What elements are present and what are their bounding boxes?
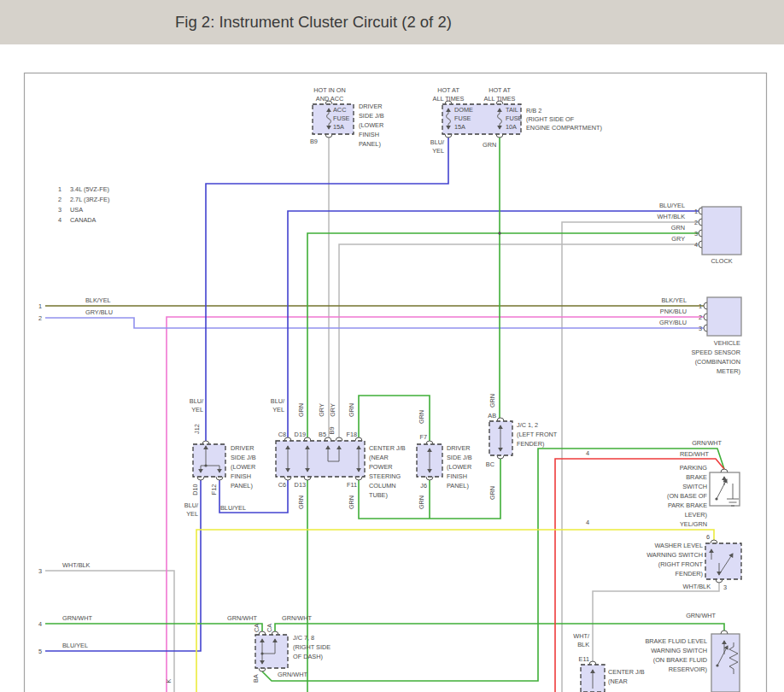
jc-label: (RIGHT SIDE (293, 643, 331, 651)
vss-name: SPEED SENSOR (691, 349, 740, 356)
pin-number: 1 (38, 302, 42, 310)
switch-label: LEVER) (685, 511, 707, 519)
jb-label: CENTER J/B (369, 444, 406, 452)
wire-label: GRY (671, 235, 685, 243)
jb-label: (LOWER (231, 463, 255, 471)
jb-label: SIDE J/B (231, 454, 256, 461)
acc-fuse-label: FUSE (333, 114, 350, 122)
pin-number: 2 (699, 314, 702, 321)
hot-label: AND ACC (316, 95, 343, 103)
wire-label: BLU/YEL (62, 642, 88, 649)
pin-number: 2 (694, 219, 698, 226)
wire-label: GRN/WHT (282, 614, 312, 622)
hot-label: HOT AT (489, 86, 511, 94)
tail-fuse-label: 10A (506, 123, 517, 131)
jc-label: OF DASH) (293, 653, 323, 660)
wiring-diagram: 1 3.4L (5VZ-FE) 2 2.7L (3RZ-FE) 3 USA 4 … (0, 44, 784, 692)
note-num: 1 (58, 185, 61, 193)
wire-label: RED/WHT (680, 450, 710, 458)
jc-label: FENDER) (517, 440, 544, 448)
pin-number: 5 (38, 648, 42, 655)
jb-label: FINISH (359, 131, 379, 138)
jb-label: FINISH (231, 472, 251, 480)
footnote-ref: 4 (586, 519, 589, 526)
wire-label: GRN/WHT (278, 671, 307, 678)
switch-label: BRAKE FLUID LEVEL (645, 637, 707, 645)
pin-label-d13: D13 (295, 481, 306, 489)
page-title: Fig 2: Instrument Cluster Circuit (2 of … (175, 0, 452, 44)
pin-number: 3 (699, 325, 702, 332)
wire-label: BLU/ (190, 397, 204, 405)
pin-label-bc: BC (486, 460, 494, 468)
jb-label: PANEL) (359, 140, 381, 148)
wire-label: BLU/ (271, 397, 285, 405)
wire-label: GRN (489, 394, 496, 408)
jb-label: POWER (369, 463, 393, 471)
jb-label: SIDE J/B (447, 454, 472, 461)
wire-label: GRN (297, 496, 305, 509)
wire-label: YEL (272, 406, 284, 413)
wire-label: GRN (348, 403, 355, 417)
jb-label: PANEL) (447, 482, 469, 490)
jb-label: TUBE) (369, 491, 388, 499)
jb-label: DRIVER (359, 103, 383, 110)
pin-label-c6: C6 (278, 481, 286, 489)
wire-grnwht-bfluid (275, 624, 724, 631)
rb2-label: R/B 2 (526, 107, 541, 114)
wire-label: GRN (297, 403, 305, 417)
wire-label: GRN/WHT (692, 439, 722, 447)
wire-label: PNK/BLU (660, 308, 687, 315)
jb-label: DRIVER (447, 444, 471, 452)
wire-label: GRY (329, 403, 336, 417)
jc-label: J/C 7, 8 (293, 634, 314, 642)
pin-label-b9: B9 (328, 427, 336, 435)
rb2-label: ENGINE COMPARTMENT) (526, 124, 602, 132)
park-brake-labels: GRN/WHT RED/WHT 4 PARKING BRAKE SWITCH (… (586, 439, 723, 519)
pin-label-e11: E11 (579, 655, 589, 663)
pin-number: 3 (38, 567, 42, 575)
jb-label: (LOWER (447, 463, 471, 471)
dome-fuse-label: FUSE (454, 114, 471, 122)
jb-label: DRIVER (231, 444, 255, 452)
pin-label-j6: J6 (420, 482, 427, 490)
switch-label: (RIGHT FRONT (658, 560, 704, 568)
note-num: 2 (58, 196, 61, 203)
pin-number: 4 (694, 241, 698, 249)
hot-label: ALL TIMES (484, 95, 516, 103)
wire-whtblk-clock (562, 222, 699, 692)
jb-label: COLUMN (369, 482, 396, 490)
switch-label: PARK BRAKE (668, 501, 707, 509)
hot-label: HOT AT (437, 86, 459, 94)
box-vss (707, 297, 741, 336)
pin-label-ba: BA (252, 674, 260, 683)
wire-label: GRN (418, 410, 425, 424)
wire-label: YEL (432, 147, 444, 155)
wire-label: GRN (418, 496, 425, 509)
wire-label: BLK/YEL (85, 296, 111, 304)
wire-grn-clock (307, 233, 699, 437)
wire-label: GRN (671, 224, 685, 232)
switch-label: PARKING (680, 464, 708, 472)
jc-label: J/C 1, 2 (517, 421, 538, 429)
wire-gryblu (45, 318, 704, 328)
wire-label: WHT/ (573, 632, 590, 640)
wire-label: BLU/ (430, 138, 445, 146)
wire-label: BLK/YEL (661, 296, 687, 304)
vss-name: (COMBINATION (695, 358, 740, 366)
wire-label: BLU/YEL (220, 504, 246, 512)
switch-label: RESERVOIR) (669, 666, 707, 673)
dome-fuse-label: 15A (454, 123, 465, 131)
pin-label-b9: B9 (310, 138, 318, 145)
note-num: 4 (58, 216, 61, 224)
wire-label: GRY/BLU (85, 308, 113, 316)
wire-label: GRY/BLU (659, 319, 687, 326)
note-num: 3 (58, 206, 61, 214)
wire-grnwht-left (45, 624, 262, 631)
rb2-label: (RIGHT SIDE OF (526, 115, 575, 123)
box-clock (702, 207, 741, 255)
jb-label: (NEAR (608, 677, 628, 685)
pin-label-ab: AB (488, 412, 496, 419)
pin-number: 1 (699, 302, 702, 310)
wire-label: BLU/ (184, 501, 199, 509)
pin-number: 1 (694, 208, 698, 215)
